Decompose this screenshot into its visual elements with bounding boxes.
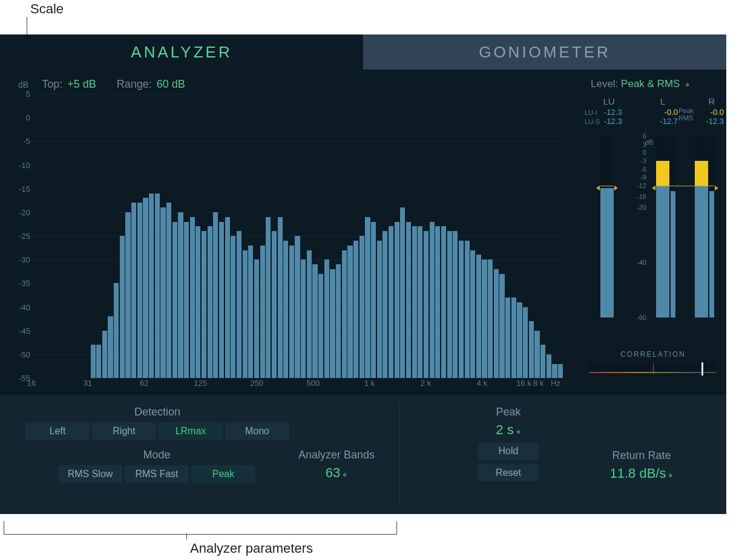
r-peak-value: -0.0 [700, 108, 724, 117]
mode-option-rms-fast[interactable]: RMS Fast [125, 465, 189, 483]
hold-button[interactable]: Hold [478, 443, 539, 460]
spectrum-bar [511, 298, 516, 378]
tab-analyzer[interactable]: ANALYZER [0, 34, 363, 70]
level-label: Level: [591, 78, 618, 90]
peak-rms-label-column: Peak RMS [678, 96, 699, 122]
mode-option-rms-slow[interactable]: RMS Slow [58, 465, 122, 483]
spectrum-bar [166, 203, 171, 378]
right-meter[interactable] [695, 136, 708, 317]
updown-icon: ⋄ [343, 470, 347, 479]
bands-value[interactable]: 63⋄ [280, 465, 393, 481]
spectrum-bar [96, 345, 101, 378]
lu-s-label: LU-S [585, 118, 600, 125]
spectrum-bar [424, 231, 428, 378]
spectrum-bar [155, 194, 160, 379]
detection-option-right[interactable]: Right [92, 422, 156, 440]
y-scale[interactable]: 50-5-10-15-20-25-30-35-40-45-50-55 [0, 94, 31, 378]
reset-button[interactable]: Reset [478, 464, 539, 481]
lm-tick: -40 [637, 259, 646, 266]
correlation-indicator [701, 362, 703, 376]
spectrum-bar [336, 264, 341, 378]
spectrum-bar [213, 212, 218, 378]
y-tick: 0 [1, 113, 30, 122]
mode-option-peak[interactable]: Peak [191, 465, 255, 483]
level-meters-area: Level: Peak & RMS ⋄ LU LU-I-12.3 LU-S-12… [585, 70, 726, 395]
params-left: Detection LeftRightLRmaxMono Mode RMS Sl… [0, 395, 399, 514]
annotation-params-bracket [4, 521, 397, 535]
display-row: dB Top: +5 dB Range: 60 dB 50-5-10-15-20… [0, 70, 726, 395]
right-column: R -0.0 -12.3 [700, 96, 724, 126]
x-tick: 16 k [516, 379, 531, 388]
correlation-label: CORRELATION [585, 350, 721, 359]
x-tick: 125 [194, 379, 207, 388]
spectrum-bar [125, 212, 130, 378]
spectrum-bar [453, 231, 458, 378]
left-meter-rms-fill [671, 191, 675, 317]
spectrum-bar [523, 307, 528, 379]
spectrum-bar [272, 231, 277, 378]
correlation-center-line [653, 363, 654, 374]
spectrum-bar [441, 226, 446, 378]
spectrum-bar [260, 246, 265, 378]
y-tick: -30 [1, 255, 30, 264]
y-tick: -50 [1, 350, 30, 359]
spectrum-bar [540, 345, 545, 378]
annotation-analyzer-parameters: Analyzer parameters [190, 541, 313, 556]
x-scale: Hz 1631621252505001 k2 k4 k8 k16 k [31, 377, 563, 395]
x-tick: 2 k [421, 379, 431, 388]
spectrum-bar [318, 274, 323, 378]
updown-icon: ⋄ [668, 471, 673, 480]
x-tick: 500 [306, 379, 320, 388]
detection-option-mono[interactable]: Mono [225, 422, 289, 440]
spectrum-bar [301, 259, 306, 378]
tab-goniometer[interactable]: GONIOMETER [363, 34, 726, 70]
left-meter-rms[interactable] [671, 136, 675, 317]
lm-tick: -20 [637, 204, 646, 211]
lu-meter-marker [600, 186, 614, 186]
detection-segment: LeftRightLRmaxMono [24, 422, 291, 440]
level-readout-row: LU LU-I-12.3 LU-S-12.3 L -0.0 -12.7 Peak… [585, 94, 726, 136]
spectrum-bar [476, 255, 481, 378]
spectrum-bar [324, 259, 329, 378]
lu-i-value: -12.3 [604, 108, 622, 117]
x-tick: 16 [27, 379, 36, 388]
analyzer-header: dB Top: +5 dB Range: 60 dB [0, 70, 575, 94]
right-meter-rms[interactable] [709, 136, 714, 317]
range-value[interactable]: 60 dB [157, 78, 185, 91]
top-label: Top: [42, 78, 62, 91]
spectrum-bar [459, 241, 464, 378]
lu-s-value: -12.3 [604, 117, 622, 126]
detection-option-left[interactable]: Left [25, 422, 90, 440]
peak-value[interactable]: 2 s⋄ [454, 422, 563, 438]
spectrum-bar [289, 246, 294, 378]
marker-triangle-right-icon [715, 186, 718, 190]
x-tick: 4 k [477, 379, 487, 388]
return-rate-value[interactable]: 11.8 dB/s⋄ [581, 466, 702, 481]
top-value[interactable]: +5 dB [67, 78, 96, 91]
spectrum-bar [208, 226, 212, 378]
spectrum-bar [237, 231, 241, 378]
lu-meter[interactable] [600, 136, 614, 317]
level-value[interactable]: Peak & RMS [621, 78, 680, 90]
left-meter[interactable] [656, 136, 669, 317]
spectrum-bar [488, 259, 493, 378]
lm-tick: 6 [643, 132, 646, 140]
spectrum-plot[interactable] [31, 94, 563, 378]
peak-block: Peak 2 s⋄ Hold Reset [454, 406, 563, 481]
spectrum-bar [243, 250, 248, 379]
spectrum-bar [499, 274, 504, 378]
spectrum-bar [178, 212, 183, 378]
spectrum-bar [529, 321, 534, 378]
spectrum-bar [160, 207, 165, 378]
detection-option-lrmax[interactable]: LRmax [159, 422, 223, 440]
correlation-meter[interactable] [589, 362, 717, 376]
y-tick: -25 [1, 232, 30, 241]
spectrum-bar [254, 259, 259, 378]
y-tick: -15 [1, 184, 30, 193]
updown-icon[interactable]: ⋄ [685, 80, 689, 89]
spectrum-bar [91, 345, 96, 378]
spectrum-bar [412, 226, 417, 378]
spectrum-bar [202, 231, 206, 378]
mode-label: Mode [58, 449, 255, 461]
r-rms-value: -12.3 [700, 117, 724, 126]
